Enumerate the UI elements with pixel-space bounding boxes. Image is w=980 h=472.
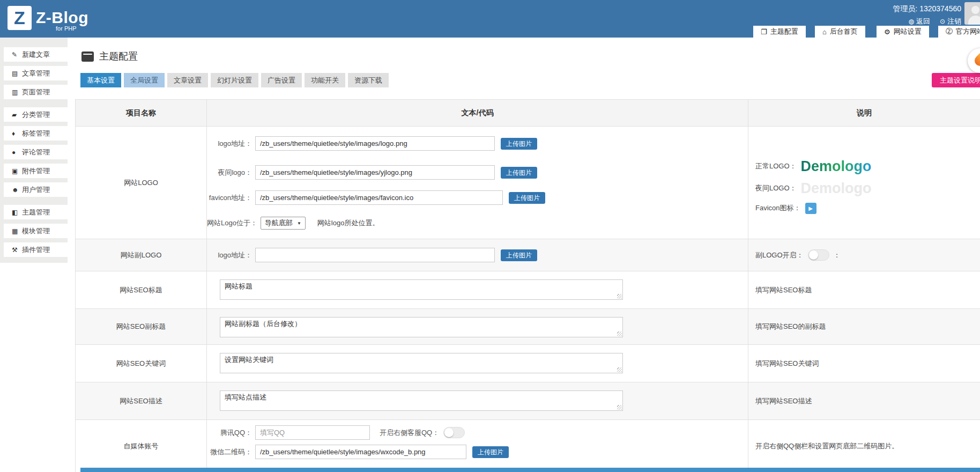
night-logo-url-input[interactable] xyxy=(255,165,495,180)
favicon-preview-icon[interactable]: ▶ xyxy=(805,203,816,214)
modules-icon: ▦ xyxy=(12,227,22,235)
table-row-sub-logo: 网站副LOGO logo地址： 上传图片 副LOGO开启： ： xyxy=(76,239,980,271)
tab-feature-switch[interactable]: 功能开关 xyxy=(305,73,345,87)
page-title-text: 主题配置 xyxy=(99,50,138,63)
comment-icon: ● xyxy=(12,149,22,156)
sidebar-item-label: 页面管理 xyxy=(22,87,50,97)
row-label: 网站SEO副标题 xyxy=(76,309,207,344)
top-header: Z Z-Blog for PHP 管理员: 1320374560 ◍返回 ⊙注销… xyxy=(0,0,980,38)
gear-icon: ⚙ xyxy=(884,28,890,36)
sidebar-item-comment-manage[interactable]: ● 评论管理 xyxy=(4,145,68,159)
sidebar-item-label: 标签管理 xyxy=(22,129,50,138)
sidebar-item-plugin-manage[interactable]: ⚒ 插件管理 xyxy=(4,242,68,257)
sidebar-item-page-manage[interactable]: ▥ 页面管理 xyxy=(4,85,68,99)
resize-grip-icon[interactable] xyxy=(617,405,622,410)
table-row-social-accounts: 自媒体账号 腾讯QQ： 开启右侧客服QQ： 微信二维码： 上传图片 开启右侧QQ… xyxy=(76,420,980,472)
upload-image-button[interactable]: 上传图片 xyxy=(501,167,537,179)
tab-admin-home[interactable]: ⌂ 后台首页 xyxy=(815,26,865,38)
wechat-qrcode-input[interactable] xyxy=(255,445,466,459)
table-row-site-logo: 网站LOGO logo地址： 上传图片 夜间logo： 上传图片 favicon… xyxy=(76,127,980,239)
tab-site-settings[interactable]: ⚙ 网站设置 xyxy=(877,26,929,38)
field-label: 腾讯QQ： xyxy=(207,428,252,438)
sidebar-item-new-post[interactable]: ✎ 新建文章 xyxy=(4,47,68,62)
tab-basic-settings[interactable]: 基本设置 xyxy=(80,73,121,87)
col-header-content: 文本/代码 xyxy=(207,100,748,126)
seo-description-value: 填写站点描述 xyxy=(225,393,266,401)
sidebar-item-post-manage[interactable]: ▤ 文章管理 xyxy=(4,66,68,80)
resize-grip-icon[interactable] xyxy=(617,367,622,372)
desc-label: 正常LOGO： xyxy=(755,161,797,171)
field-label: 开启右侧客服QQ： xyxy=(380,428,439,438)
seo-description-textarea[interactable]: 填写站点描述 xyxy=(220,390,623,411)
sidebar-item-label: 用户管理 xyxy=(22,185,50,195)
row-label: 网站SEO标题 xyxy=(76,271,207,308)
sidebar-item-label: 新建文章 xyxy=(22,50,50,60)
upload-image-button[interactable]: 上传图片 xyxy=(472,446,509,458)
upload-image-button[interactable]: 上传图片 xyxy=(509,192,545,204)
tab-admin-home-label: 后台首页 xyxy=(830,27,858,36)
attachment-icon: ▣ xyxy=(12,167,22,175)
sidebar-item-user-manage[interactable]: ☻ 用户管理 xyxy=(4,182,68,197)
table-row-seo-keywords: 网站SEO关键词 设置网站关键词 填写网站SEO关键词 xyxy=(76,345,980,382)
sidebar-item-tag-manage[interactable]: ♦ 标签管理 xyxy=(4,126,68,141)
bottom-save-bar[interactable] xyxy=(80,468,980,472)
power-icon: ⊙ xyxy=(940,18,945,25)
sub-logo-url-input[interactable] xyxy=(255,248,495,262)
avatar xyxy=(964,2,980,25)
hot-fab-button[interactable] xyxy=(968,48,980,73)
sidebar-item-label: 文章管理 xyxy=(22,69,50,78)
tab-global-settings[interactable]: 全局设置 xyxy=(124,73,165,87)
sub-logo-toggle[interactable] xyxy=(808,249,829,261)
desc-label: Favicon图标： xyxy=(755,203,801,213)
sidebar-item-theme-manage[interactable]: ◧ 主题管理 xyxy=(4,205,68,219)
seo-subtitle-textarea[interactable]: 网站副标题（后台修改） xyxy=(220,317,623,337)
favicon-url-input[interactable] xyxy=(255,190,503,205)
resize-grip-icon[interactable] xyxy=(617,294,622,299)
layers-icon: ❐ xyxy=(761,28,767,36)
logout-link[interactable]: ⊙注销 xyxy=(940,17,961,26)
row-desc: 填写网站SEO描述 xyxy=(748,382,980,419)
sidebar-item-label: 主题管理 xyxy=(22,208,50,217)
row-desc: 填写网站SEO关键词 xyxy=(748,345,980,382)
tab-ad-settings[interactable]: 广告设置 xyxy=(261,73,302,87)
sidebar-item-category-manage[interactable]: ▰ 分类管理 xyxy=(4,107,68,122)
field-label: logo地址： xyxy=(207,139,252,149)
back-link[interactable]: ◍返回 xyxy=(908,17,930,26)
seo-title-textarea[interactable]: 网站标题 xyxy=(220,279,623,300)
qq-service-toggle[interactable] xyxy=(443,427,465,438)
field-label: 网站Logo位于： xyxy=(207,218,257,228)
page-title: 主题配置 xyxy=(81,49,138,63)
seo-keywords-textarea[interactable]: 设置网站关键词 xyxy=(220,353,623,373)
tab-official-site[interactable]: Ⓩ 官方网站 xyxy=(938,26,980,38)
tab-article-settings[interactable]: 文章设置 xyxy=(167,73,208,87)
sidebar-item-module-manage[interactable]: ▦ 模块管理 xyxy=(4,224,68,238)
field-label: 夜间logo： xyxy=(207,168,252,178)
page-icon: ▥ xyxy=(12,88,22,96)
row-label: 自媒体账号 xyxy=(76,420,207,472)
upload-image-button[interactable]: 上传图片 xyxy=(501,249,537,261)
col-header-name: 项目名称 xyxy=(76,100,207,126)
tab-resource-download[interactable]: 资源下载 xyxy=(348,73,389,87)
sidebar: ✎ 新建文章 ▤ 文章管理 ▥ 页面管理 ▰ 分类管理 ♦ 标签管理 ● 评论管… xyxy=(0,38,68,263)
demo-logo-image: Demologo xyxy=(801,158,872,175)
chevron-down-icon: ▼ xyxy=(297,221,301,226)
avatar-body xyxy=(968,16,980,25)
row-desc: 填写网站SEO的副标题 xyxy=(748,309,980,344)
theme-help-button[interactable]: 主题设置说明 xyxy=(932,73,980,87)
resize-grip-icon[interactable] xyxy=(617,331,622,336)
logo-position-select[interactable]: 导航底部 ▼ xyxy=(261,217,306,230)
row-desc: 填写网站SEO标题 xyxy=(748,271,980,308)
logo-url-input[interactable] xyxy=(255,136,495,151)
upload-image-button[interactable]: 上传图片 xyxy=(501,138,537,150)
tab-slider-settings[interactable]: 幻灯片设置 xyxy=(211,73,258,87)
sidebar-item-attachment-manage[interactable]: ▣ 附件管理 xyxy=(4,164,68,178)
field-label: 微信二维码： xyxy=(207,447,252,457)
tab-theme-config-label: 主题配置 xyxy=(770,27,798,36)
desc-label: 副LOGO开启： xyxy=(755,250,804,260)
back-link-label: 返回 xyxy=(916,17,930,25)
col-header-desc: 说明 xyxy=(748,100,980,126)
article-icon: ▤ xyxy=(12,70,22,77)
globe-icon: ◍ xyxy=(908,18,914,25)
qq-number-input[interactable] xyxy=(255,425,370,440)
tab-theme-config[interactable]: ❐ 主题配置 xyxy=(753,26,806,38)
